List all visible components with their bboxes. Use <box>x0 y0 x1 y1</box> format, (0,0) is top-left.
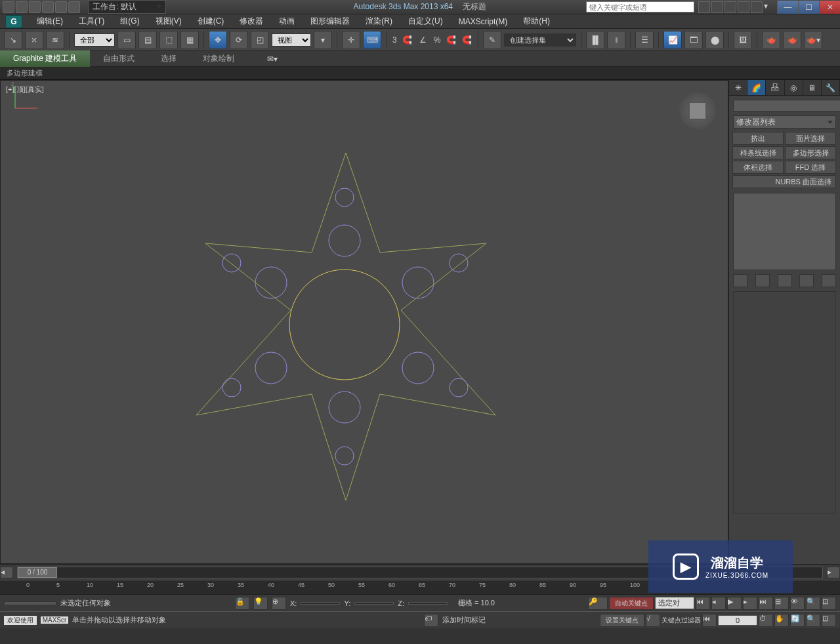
key-filters-icon[interactable]: √ <box>646 614 660 627</box>
mod-btn-ffdsel[interactable]: FFD 选择 <box>785 161 836 174</box>
minimize-button[interactable]: — <box>777 1 798 14</box>
mirror-icon[interactable]: ▐▌ <box>586 31 604 49</box>
align-icon[interactable]: ⫴ <box>607 31 625 49</box>
search-box[interactable] <box>586 1 694 12</box>
ribbon-tab-objectpaint[interactable]: 对象绘制 <box>190 50 247 67</box>
goto-end-icon[interactable]: ⏭ <box>759 597 773 610</box>
menu-grapheditors[interactable]: 图形编辑器 <box>303 14 358 29</box>
menu-create[interactable]: 创建(C) <box>190 14 232 29</box>
pan-icon[interactable]: ✋ <box>774 614 789 627</box>
workspace-combo[interactable]: 工作台: 默认 <box>88 0 166 14</box>
viewport-nav2-icon[interactable]: 👁 <box>790 597 805 610</box>
menu-view[interactable]: 视图(V) <box>148 14 190 29</box>
key-filters-label[interactable]: 关键点过滤器 <box>662 616 701 625</box>
save-icon[interactable] <box>29 1 41 13</box>
mod-btn-splinesel[interactable]: 样条线选择 <box>732 146 784 159</box>
named-selection-combo[interactable]: 创建选择集 <box>504 33 576 47</box>
viewport[interactable]: [+][顶][真实] z <box>0 80 728 564</box>
ref-coord-combo[interactable]: 视图 <box>272 33 311 47</box>
time-tag-icon[interactable]: 🏷 <box>424 614 438 627</box>
maxscript-tab[interactable]: MAXScr <box>41 616 68 624</box>
menu-modifiers[interactable]: 修改器 <box>232 14 271 29</box>
redo-icon[interactable] <box>55 1 67 13</box>
keyboard-shortcut-icon[interactable]: ⌨ <box>363 31 381 49</box>
motion-tab-icon[interactable]: ◎ <box>785 80 803 95</box>
add-time-tag[interactable]: 添加时间标记 <box>442 615 486 625</box>
menu-help[interactable]: 帮助(H) <box>515 14 558 29</box>
menu-group[interactable]: 组(G) <box>112 14 147 29</box>
curve-editor-icon[interactable]: 📈 <box>663 31 682 49</box>
manipulate-icon[interactable]: ✛ <box>342 31 360 49</box>
menu-maxscript[interactable]: MAXScript(M) <box>451 15 516 28</box>
open-icon[interactable] <box>16 1 28 13</box>
isolate-icon[interactable]: 💡 <box>253 597 268 610</box>
key-mode-icon[interactable]: 🔑 <box>588 597 608 610</box>
mod-btn-polysel[interactable]: 多边形选择 <box>785 146 836 159</box>
modifier-stack[interactable] <box>733 193 836 270</box>
prev-key-icon[interactable]: ⏮ <box>702 614 717 627</box>
unlink-tool-icon[interactable]: ⤫ <box>25 31 43 49</box>
ribbon-tab-graphite[interactable]: Graphite 建模工具 <box>0 50 90 67</box>
link-icon[interactable] <box>68 1 80 13</box>
modify-tab-icon[interactable]: 🌈 <box>747 80 766 95</box>
mod-btn-volsel[interactable]: 体积选择 <box>732 161 784 174</box>
percent-snap-icon[interactable]: 🧲 <box>444 31 457 49</box>
move-tool-icon[interactable]: ✥ <box>209 31 227 49</box>
rotate-tool-icon[interactable]: ⟳ <box>230 31 248 49</box>
make-unique-icon[interactable] <box>778 274 792 287</box>
time-slider-thumb[interactable]: 0 / 100 <box>18 567 57 578</box>
key-icon[interactable] <box>711 1 723 13</box>
select-rect-icon[interactable]: ⬚ <box>159 31 178 49</box>
object-name-input[interactable] <box>733 100 840 111</box>
help-icon[interactable] <box>751 1 763 13</box>
setkey-button[interactable]: 设置关键点 <box>600 614 644 627</box>
menu-customize[interactable]: 自定义(U) <box>400 14 451 29</box>
bind-tool-icon[interactable]: ≋ <box>46 31 64 49</box>
time-config-icon[interactable]: ⏱ <box>759 614 773 627</box>
toolbox-icon[interactable] <box>698 1 710 13</box>
selection-filter-combo[interactable]: 全部 <box>74 33 115 47</box>
ribbon-tab-selection[interactable]: 选择 <box>148 50 190 67</box>
spinner-snap-icon[interactable]: 🧲 <box>460 31 473 49</box>
exchange-icon[interactable] <box>738 1 749 13</box>
schematic-icon[interactable]: 🗔 <box>684 31 703 49</box>
angle-snap-icon[interactable]: ∠ <box>417 31 430 49</box>
remove-mod-icon[interactable] <box>799 274 814 287</box>
utilities-tab-icon[interactable]: 🔧 <box>822 80 840 95</box>
close-button[interactable]: ✕ <box>819 1 840 14</box>
time-slider-left[interactable]: ◂ <box>0 567 13 578</box>
select-name-icon[interactable]: ▤ <box>138 31 157 49</box>
viewport-nav4-icon[interactable]: ⊡ <box>822 597 836 610</box>
window-crossing-icon[interactable]: ▦ <box>180 31 199 49</box>
render-prod-icon[interactable]: 🫖 <box>783 31 801 49</box>
autokey-button[interactable]: 自动关键点 <box>609 597 654 610</box>
menu-animation[interactable]: 动画 <box>271 14 303 29</box>
render-setup-icon[interactable]: 🖼 <box>734 31 752 49</box>
viewport-nav3-icon[interactable]: 🔍 <box>806 597 820 610</box>
scale-tool-icon[interactable]: ◰ <box>251 31 269 49</box>
hierarchy-tab-icon[interactable]: 品 <box>766 80 784 95</box>
ribbon-tab-freeform[interactable]: 自由形式 <box>90 50 148 67</box>
mod-btn-nurbs[interactable]: NURBS 曲面选择 <box>732 175 836 188</box>
layers-icon[interactable]: ☰ <box>635 31 654 49</box>
star-icon[interactable] <box>724 1 736 13</box>
new-icon[interactable] <box>3 1 14 13</box>
render-iter-icon[interactable]: 🫖▾ <box>804 31 822 49</box>
y-input[interactable] <box>354 602 394 605</box>
viewport-nav-icon[interactable]: ⊞ <box>774 597 789 610</box>
prev-frame-icon[interactable]: ◂ <box>711 597 726 610</box>
material-editor-icon[interactable]: ⬤ <box>705 31 724 49</box>
undo-icon[interactable] <box>42 1 54 13</box>
keymode-combo[interactable]: 选定对 <box>655 597 694 609</box>
select-icon[interactable]: ▭ <box>117 31 136 49</box>
mod-btn-extrude[interactable]: 挤出 <box>732 132 784 145</box>
orbit-icon[interactable]: 🔄 <box>790 614 805 627</box>
x-input[interactable] <box>301 602 340 605</box>
chevron-down-icon[interactable]: ▾ <box>764 1 770 13</box>
menu-tools[interactable]: 工具(T) <box>71 14 112 29</box>
next-frame-icon[interactable]: ▸ <box>743 597 757 610</box>
snap-3d-icon[interactable]: 🧲 <box>401 31 414 49</box>
search-input[interactable] <box>586 1 694 12</box>
coord-display-icon[interactable]: ⊕ <box>272 597 286 610</box>
render-frame-icon[interactable]: 🫖 <box>762 31 780 49</box>
